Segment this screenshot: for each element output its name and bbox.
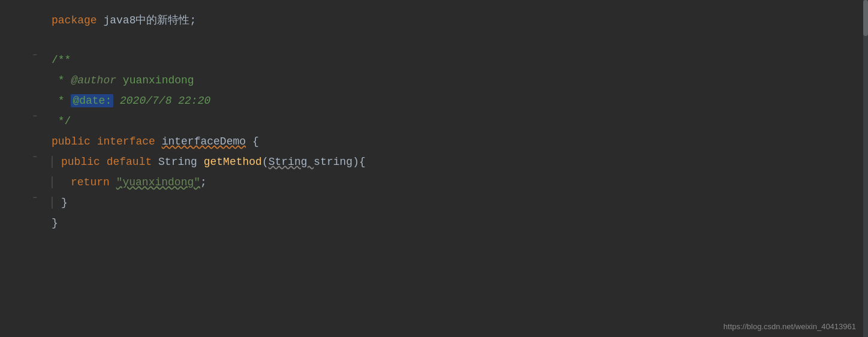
code-line-10: − } [0,192,868,213]
keyword-interface: interface [97,136,162,148]
method-name: getMethod [204,156,262,168]
code-line-3: − /** [0,50,868,70]
fold-5 [30,91,40,101]
watermark: https://blog.csdn.net/weixin_40413961 [724,322,856,331]
code-text-5: * @date: 2020/7/8 22:20 [40,91,868,110]
keyword-package: package [52,14,103,26]
author-value: yuanxindong [116,74,194,86]
code-text-11: } [40,213,868,233]
keyword-default: default [107,156,158,168]
fold-7 [30,132,40,142]
interface-name: interfaceDemo [162,136,246,148]
code-text-9: return "yuanxindong"; [40,173,868,192]
code-text-10: } [40,193,868,212]
code-line-5: * @date: 2020/7/8 22:20 [0,91,868,111]
code-text-3: /** [40,50,868,70]
indent-bar-3 [52,197,53,209]
brace-close-1: } [61,197,68,209]
fold-12 [30,234,40,243]
fold-11 [30,213,40,223]
code-line-12 [0,233,868,252]
brace-close-2: } [52,217,58,229]
code-line-2 [0,31,868,50]
comment-close: */ [52,115,71,127]
comment-star-1: * [52,74,71,86]
code-line-4: * @author yuanxindong [0,70,868,91]
indent-bar [52,156,53,168]
annotation-author: @author [71,74,116,86]
date-value: 2020/7/8 22:20 [113,95,210,107]
fold-8[interactable]: − [30,152,40,162]
paren-close: ){ [352,156,366,168]
comment-star-2: * [52,95,71,107]
code-text-4: * @author yuanxindong [40,71,868,90]
code-line-6: − */ [0,111,868,131]
code-text-7: public interface interfaceDemo { [40,132,868,151]
semicolon-2: ; [200,176,207,188]
fold-2 [30,31,40,41]
code-line-11: } [0,213,868,233]
fold-10[interactable]: − [30,193,40,203]
keyword-public-2: public [61,156,107,168]
fold-9 [30,173,40,182]
brace-open-1: { [246,136,259,148]
code-line-7: public interface interfaceDemo { [0,131,868,152]
code-text-6: */ [40,112,868,131]
type-string-1: String [158,156,204,168]
fold-3[interactable]: − [30,50,40,60]
fold-6[interactable]: − [30,112,40,121]
code-editor: package java8中的新特性; − /** * @author yuan… [0,0,868,337]
code-text-1: package java8中的新特性; [40,11,868,30]
annotation-date: @date: [71,94,113,107]
return-value: "yuanxindong" [116,176,200,188]
code-line-8: − public default String getMethod(String… [0,152,868,172]
code-line-1: package java8中的新特性; [0,6,868,31]
code-line-9: return "yuanxindong"; [0,172,868,192]
semicolon-1: ; [189,14,196,26]
code-text-8: public default String getMethod(String s… [40,152,868,171]
paren-open: ( [262,156,269,168]
fold-1[interactable] [30,11,40,20]
indent-bar-2 [52,176,53,188]
type-string-2: String [269,156,314,168]
comment-open: /** [52,54,71,66]
keyword-return: return [71,176,116,188]
fold-4 [30,71,40,80]
package-name: java8中的新特性 [103,14,189,26]
keyword-public-1: public [52,136,97,148]
param-name: string [314,156,352,168]
